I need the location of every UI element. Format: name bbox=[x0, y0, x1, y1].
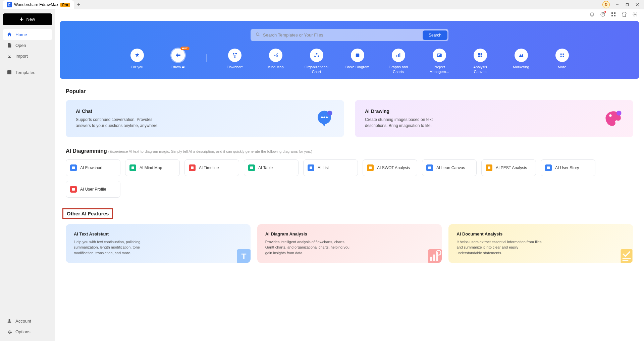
sidebar-item-home[interactable]: Home bbox=[3, 29, 52, 40]
search-icon bbox=[256, 32, 260, 38]
apps-icon[interactable] bbox=[610, 11, 616, 17]
svg-rect-52 bbox=[428, 166, 431, 169]
content: Popular AI Chat Supports continued conve… bbox=[55, 79, 644, 270]
svg-point-42 bbox=[326, 116, 328, 118]
cat-orgchart[interactable]: Organizational Chart bbox=[304, 49, 329, 74]
svg-point-11 bbox=[634, 14, 636, 15]
shirt-icon[interactable] bbox=[621, 11, 627, 17]
popular-row: AI Chat Supports continued conversation.… bbox=[66, 100, 633, 137]
diag-item-icon bbox=[70, 186, 77, 193]
gear-icon bbox=[7, 329, 12, 334]
diag-card-ai-timeline[interactable]: AI Timeline bbox=[184, 159, 239, 176]
diag-card-ai-table[interactable]: AI Table bbox=[244, 159, 299, 176]
svg-rect-36 bbox=[562, 54, 564, 55]
svg-point-17 bbox=[274, 55, 275, 56]
diag-card-ai-swot-analysis[interactable]: AI SWOT Analysis bbox=[363, 159, 417, 176]
sidebar-item-account[interactable]: Account bbox=[3, 316, 52, 326]
cat-more[interactable]: More bbox=[549, 49, 575, 74]
svg-rect-26 bbox=[398, 54, 398, 57]
popular-card-ai-drawing[interactable]: AI Drawing Create stunning images based … bbox=[355, 100, 633, 137]
svg-line-13 bbox=[259, 35, 260, 36]
account-icon bbox=[7, 318, 12, 324]
other-card-document-analysis[interactable]: AI Document Analysis It helps users extr… bbox=[448, 224, 633, 263]
chat-bubble-icon bbox=[315, 109, 334, 128]
diag-item-label: AI List bbox=[318, 165, 329, 170]
sidebar: ✚ New Home Open Import Templates Account bbox=[0, 9, 55, 341]
maximize-button[interactable] bbox=[625, 2, 630, 7]
svg-rect-64 bbox=[623, 258, 631, 259]
cat-basic[interactable]: Basic Diagram bbox=[345, 49, 370, 74]
sidebar-item-templates[interactable]: Templates bbox=[3, 67, 52, 78]
text-icon: T bbox=[234, 247, 251, 263]
cat-for-you[interactable]: For you bbox=[124, 49, 150, 74]
search-input[interactable] bbox=[252, 30, 423, 40]
cat-edraw-ai[interactable]: HOTEdraw AI bbox=[165, 49, 191, 74]
svg-point-20 bbox=[277, 56, 278, 57]
svg-rect-23 bbox=[318, 56, 319, 57]
sidebar-item-open[interactable]: Open bbox=[3, 40, 52, 51]
svg-rect-47 bbox=[131, 166, 134, 169]
cat-flowchart[interactable]: Flowchart bbox=[222, 49, 248, 74]
cat-marketing[interactable]: Marketing bbox=[508, 49, 534, 74]
cat-analysis[interactable]: Analysis Canvas bbox=[468, 49, 493, 74]
svg-rect-49 bbox=[250, 166, 253, 169]
other-card-text-assistant[interactable]: AI Text Assistant Help you with text con… bbox=[66, 224, 251, 263]
svg-rect-21 bbox=[316, 53, 317, 54]
new-button[interactable]: ✚ New bbox=[3, 13, 52, 25]
titlebar: E Wondershare EdrawMax Pro + D bbox=[0, 0, 644, 9]
diag-item-label: AI Lean Canvas bbox=[436, 165, 465, 170]
diag-item-icon bbox=[426, 164, 433, 171]
svg-rect-1 bbox=[626, 4, 629, 6]
diag-item-label: AI Flowchart bbox=[80, 165, 103, 170]
user-avatar[interactable]: D bbox=[602, 1, 610, 8]
diag-item-label: AI User Story bbox=[555, 165, 579, 170]
minimize-button[interactable] bbox=[614, 2, 620, 7]
bell-icon[interactable] bbox=[589, 11, 595, 17]
svg-rect-32 bbox=[480, 53, 482, 55]
other-row: AI Text Assistant Help you with text con… bbox=[66, 224, 633, 263]
document-icon bbox=[617, 247, 633, 263]
sidebar-item-import[interactable]: Import bbox=[3, 51, 52, 61]
cat-mindmap[interactable]: Mind Map bbox=[263, 49, 288, 74]
diag-card-ai-list[interactable]: AI List bbox=[303, 159, 358, 176]
cat-graphs[interactable]: Graphs and Charts bbox=[386, 49, 411, 74]
search-button[interactable]: Search bbox=[423, 30, 447, 40]
hero-banner: Search For you HOTEdraw AI Flowchart Min… bbox=[60, 21, 639, 79]
diag-card-ai-user-profile[interactable]: AI User Profile bbox=[66, 181, 120, 198]
search-box: Search bbox=[251, 29, 448, 41]
diag-item-icon bbox=[129, 164, 136, 171]
file-icon bbox=[7, 43, 12, 48]
diag-card-ai-lean-canvas[interactable]: AI Lean Canvas bbox=[422, 159, 477, 176]
svg-rect-29 bbox=[437, 54, 440, 55]
svg-rect-27 bbox=[399, 53, 400, 57]
svg-rect-4 bbox=[7, 70, 11, 74]
svg-rect-22 bbox=[314, 56, 316, 57]
diag-card-ai-mind-map[interactable]: AI Mind Map bbox=[125, 159, 180, 176]
svg-rect-14 bbox=[233, 53, 234, 54]
diag-item-label: AI SWOT Analysis bbox=[377, 165, 410, 170]
svg-point-18 bbox=[277, 53, 278, 54]
cat-project[interactable]: Project Managem... bbox=[427, 49, 452, 74]
other-card-diagram-analysis[interactable]: AI Diagram Analysis Provides intelligent… bbox=[257, 224, 442, 263]
new-tab-button[interactable]: + bbox=[74, 0, 84, 9]
svg-rect-35 bbox=[560, 54, 561, 55]
svg-rect-59 bbox=[430, 257, 432, 261]
settings-icon[interactable] bbox=[632, 11, 638, 17]
diag-item-label: AI User Profile bbox=[80, 187, 106, 192]
diag-item-label: AI Table bbox=[258, 165, 273, 170]
popular-card-ai-chat[interactable]: AI Chat Supports continued conversation.… bbox=[66, 100, 344, 137]
main: Search For you HOTEdraw AI Flowchart Min… bbox=[55, 9, 644, 341]
svg-rect-9 bbox=[611, 15, 613, 16]
svg-rect-53 bbox=[488, 166, 490, 169]
other-ai-features-highlight: Other AI Features bbox=[62, 208, 113, 219]
diag-card-ai-flowchart[interactable]: AI Flowchart bbox=[66, 159, 120, 176]
help-icon[interactable] bbox=[600, 11, 606, 17]
svg-point-43 bbox=[327, 111, 332, 116]
diag-item-icon bbox=[189, 164, 196, 171]
close-button[interactable] bbox=[635, 2, 640, 7]
diag-card-ai-pest-analysis[interactable]: AI PEST Analysis bbox=[481, 159, 536, 176]
cat-separator bbox=[206, 54, 207, 62]
diag-card-ai-user-story[interactable]: AI User Story bbox=[541, 159, 595, 176]
sidebar-item-options[interactable]: Options bbox=[3, 326, 52, 337]
app-tab[interactable]: E Wondershare EdrawMax Pro bbox=[3, 0, 74, 9]
